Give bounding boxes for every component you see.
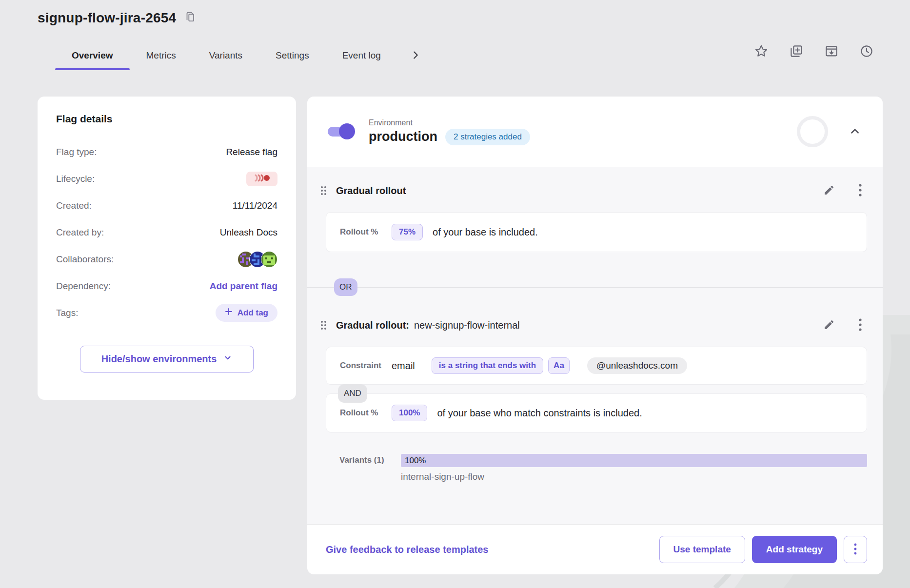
created-by-row: Created by: Unleash Docs — [56, 219, 277, 246]
footer-menu-button[interactable] — [844, 536, 867, 563]
favorite-button[interactable] — [753, 43, 770, 59]
lifecycle-row: Lifecycle: — [56, 165, 277, 192]
case-sensitive-chip: Aa — [548, 357, 570, 374]
tab-overview[interactable]: Overview — [55, 42, 130, 69]
flag-details-heading: Flag details — [56, 113, 277, 125]
rollout-percent-chip: 75% — [392, 224, 423, 240]
tab-metrics[interactable]: Metrics — [130, 42, 193, 69]
environment-name: production — [369, 129, 437, 144]
flag-type-value: Release flag — [226, 147, 277, 157]
tab-event-log[interactable]: Event log — [326, 42, 397, 69]
created-value: 11/11/2024 — [233, 200, 277, 211]
dependency-label: Dependency: — [56, 281, 111, 292]
flag-action-icons — [753, 43, 875, 59]
constraint-field: email — [392, 360, 415, 372]
rollout-description: of your base is included. — [433, 227, 538, 238]
copy-name-button[interactable] — [183, 10, 198, 26]
strategy-2-constraint-card: Constraint email is a string that ends w… — [326, 347, 867, 385]
environment-accordion-production: Environment production 2 strategies adde… — [307, 97, 883, 574]
pencil-icon — [823, 319, 835, 332]
page-title: signup-flow-jira-2654 — [38, 10, 176, 26]
rollout-label: Rollout % — [340, 408, 392, 418]
variant-name: internal-sign-up-flow — [401, 471, 867, 482]
and-pill: AND — [338, 384, 367, 403]
strategy-1-title: Gradual rollout — [336, 185, 406, 196]
collaborators-row: Collaborators: — [56, 246, 277, 273]
tab-variants[interactable]: Variants — [193, 42, 259, 69]
strategy-2-variants: Variants (1) 100% internal-sign-up-flow — [326, 454, 867, 482]
kebab-menu-icon — [858, 183, 862, 198]
rollout-description: of your base who match constraints is in… — [437, 408, 642, 419]
variants-label: Variants (1) — [339, 454, 401, 482]
edit-strategy-1-button[interactable] — [822, 183, 836, 198]
hide-show-environments-button[interactable]: Hide/show environments — [80, 346, 254, 372]
strategy-2-menu-button[interactable] — [857, 317, 863, 334]
strategy-2-header: Gradual rollout: new-signup-flow-interna… — [317, 314, 863, 336]
lifecycle-label: Lifecycle: — [56, 174, 95, 184]
environment-label: Environment — [369, 118, 530, 127]
kebab-menu-icon — [858, 318, 862, 333]
edit-strategy-2-button[interactable] — [822, 318, 836, 333]
clock-icon — [859, 44, 874, 59]
collaborators-label: Collaborators: — [56, 254, 114, 265]
or-divider: OR — [307, 278, 883, 296]
add-parent-flag-link[interactable]: Add parent flag — [210, 281, 277, 292]
drag-handle-icon[interactable] — [317, 183, 330, 198]
rollout-label: Rollout % — [340, 227, 392, 237]
chevron-right-icon — [410, 50, 421, 62]
flag-tabs: Overview Metrics Variants Settings Event… — [55, 42, 421, 69]
lifecycle-stage-badge[interactable] — [246, 172, 277, 186]
collapse-environment-button[interactable] — [849, 125, 861, 139]
strategy-2-name: new-signup-flow-internal — [414, 320, 520, 331]
flag-type-label: Flag type: — [56, 147, 97, 157]
toggle-knob — [339, 123, 355, 139]
lifecycle-live-icon — [252, 174, 272, 184]
collaborator-avatars — [237, 251, 277, 268]
pencil-icon — [823, 184, 835, 197]
flag-details-panel: Flag details Flag type: Release flag Lif… — [38, 97, 296, 400]
star-icon — [754, 44, 769, 59]
created-label: Created: — [56, 200, 92, 211]
add-strategy-button[interactable]: Add strategy — [752, 536, 837, 563]
or-pill: OR — [334, 278, 357, 296]
drag-handle-icon[interactable] — [317, 318, 330, 333]
copy-add-icon — [789, 44, 804, 59]
variant-distribution-bar: 100% — [401, 454, 867, 467]
kebab-menu-icon — [854, 543, 857, 556]
strategy-1-rollout-card: Rollout % 75% of your base is included. — [326, 212, 867, 252]
strategy-2-rollout-card: AND Rollout % 100% of your base who matc… — [326, 393, 867, 432]
dependency-row: Dependency: Add parent flag — [56, 273, 277, 299]
strategies-count-badge: 2 strategies added — [445, 129, 530, 145]
divider-line — [307, 287, 883, 288]
constraint-label: Constraint — [340, 361, 392, 371]
environment-header: Environment production 2 strategies adde… — [307, 97, 883, 167]
add-tag-button[interactable]: Add tag — [216, 304, 277, 322]
release-templates-feedback-link[interactable]: Give feedback to release templates — [326, 544, 489, 555]
tags-label: Tags: — [56, 308, 78, 318]
variant-percent: 100% — [401, 456, 426, 466]
avatar — [261, 251, 277, 268]
created-by-value: Unleash Docs — [220, 227, 277, 238]
chevron-up-icon — [849, 125, 861, 139]
plus-icon — [225, 308, 233, 318]
environment-toggle[interactable] — [328, 125, 355, 138]
tabs-scroll-right-button[interactable] — [410, 50, 421, 62]
hide-show-environments-label: Hide/show environments — [101, 353, 217, 365]
archive-icon — [824, 44, 839, 59]
archive-button[interactable] — [823, 43, 840, 59]
strategy-1-menu-button[interactable] — [857, 182, 863, 199]
constraint-operator-chip: is a string that ends with — [432, 357, 543, 374]
use-template-button[interactable]: Use template — [659, 536, 745, 563]
rollout-percent-chip: 100% — [392, 405, 427, 421]
history-button[interactable] — [858, 43, 875, 59]
strategy-2-title: Gradual rollout: — [336, 320, 409, 331]
tags-row: Tags: Add tag — [56, 299, 277, 326]
strategy-1-header: Gradual rollout — [317, 180, 863, 201]
flag-type-row: Flag type: Release flag — [56, 138, 277, 165]
add-tag-label: Add tag — [237, 308, 268, 318]
metrics-progress-ring — [797, 116, 828, 147]
environment-footer: Give feedback to release templates Use t… — [307, 524, 883, 574]
created-by-label: Created by: — [56, 227, 104, 238]
tab-settings[interactable]: Settings — [259, 42, 326, 69]
copy-flag-button[interactable] — [788, 43, 805, 59]
